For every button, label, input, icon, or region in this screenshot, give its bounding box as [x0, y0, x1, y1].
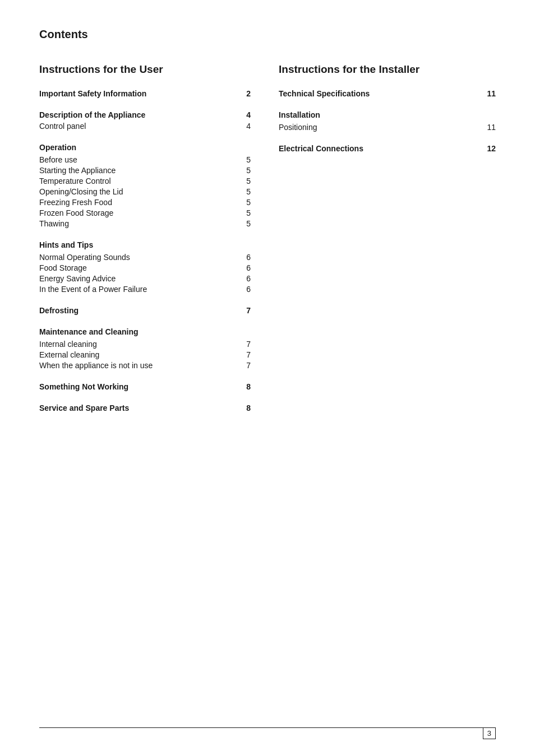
- toc-group-operation: Operation Before use 5 Starting the Appl…: [39, 143, 251, 228]
- toc-title-hints: Hints and Tips: [39, 240, 251, 249]
- toc-group-not-working: Something Not Working 8: [39, 382, 251, 391]
- toc-entry-frozen-storage: Frozen Food Storage 5: [39, 208, 251, 217]
- toc-page-description: 4: [237, 110, 251, 119]
- toc-label-energy-saving: Energy Saving Advice: [39, 274, 237, 283]
- toc-entry-service: Service and Spare Parts 8: [39, 403, 251, 412]
- toc-label-starting: Starting the Appliance: [39, 166, 237, 175]
- toc-entry-external-cleaning: External cleaning 7: [39, 350, 251, 359]
- toc-entry-starting: Starting the Appliance 5: [39, 166, 251, 175]
- toc-entry-safety: Important Safety Information 2: [39, 89, 251, 98]
- toc-entry-not-in-use: When the appliance is not in use 7: [39, 361, 251, 370]
- page-title: Contents: [39, 28, 496, 41]
- toc-page-freezing-fresh: 5: [237, 198, 251, 207]
- toc-page-thawing: 5: [237, 219, 251, 228]
- toc-page-energy-saving: 6: [237, 274, 251, 283]
- toc-page-positioning: 11: [482, 123, 496, 132]
- toc-page-tech-specs: 11: [482, 89, 496, 98]
- toc-label-not-in-use: When the appliance is not in use: [39, 361, 237, 370]
- toc-group-electrical: Electrical Connections 12: [279, 144, 496, 153]
- toc-group-installation: Installation Positioning 11: [279, 110, 496, 132]
- toc-label-external-cleaning: External cleaning: [39, 350, 237, 359]
- toc-label-electrical: Electrical Connections: [279, 144, 482, 153]
- toc-entry-thawing: Thawing 5: [39, 219, 251, 228]
- toc-page-normal-sounds: 6: [237, 253, 251, 262]
- toc-page-power-failure: 6: [237, 285, 251, 294]
- toc-group-service: Service and Spare Parts 8: [39, 403, 251, 412]
- toc-page-electrical: 12: [482, 144, 496, 153]
- toc-label-description: Description of the Appliance: [39, 110, 237, 119]
- toc-entry-food-storage: Food Storage 6: [39, 263, 251, 272]
- toc-label-internal-cleaning: Internal cleaning: [39, 340, 237, 349]
- left-column-header: Instructions for the User: [39, 63, 251, 76]
- toc-entry-control-panel: Control panel 4: [39, 122, 251, 131]
- toc-entry-before-use: Before use 5: [39, 155, 251, 164]
- footer-divider: [39, 727, 496, 728]
- right-column-header: Instructions for the Installer: [279, 63, 496, 76]
- left-column: Instructions for the User Important Safe…: [39, 63, 268, 425]
- toc-label-tech-specs: Technical Specifications: [279, 89, 482, 98]
- toc-page-service: 8: [237, 403, 251, 412]
- toc-entry-not-working: Something Not Working 8: [39, 382, 251, 391]
- toc-page-before-use: 5: [237, 155, 251, 164]
- toc-page-not-in-use: 7: [237, 361, 251, 370]
- toc-label-food-storage: Food Storage: [39, 263, 237, 272]
- toc-title-maintenance: Maintenance and Cleaning: [39, 327, 251, 336]
- toc-group-tech-specs: Technical Specifications 11: [279, 89, 496, 98]
- toc-label-positioning: Positioning: [279, 123, 482, 132]
- page: Contents Instructions for the User Impor…: [0, 0, 535, 756]
- page-number: 3: [483, 727, 496, 739]
- toc-page-not-working: 8: [237, 382, 251, 391]
- toc-entry-power-failure: In the Event of a Power Failure 6: [39, 285, 251, 294]
- toc-page-opening-closing: 5: [237, 187, 251, 196]
- two-column-layout: Instructions for the User Important Safe…: [39, 63, 496, 425]
- right-column: Instructions for the Installer Technical…: [268, 63, 496, 425]
- toc-page-starting: 5: [237, 166, 251, 175]
- toc-entry-opening-closing: Opening/Closing the Lid 5: [39, 187, 251, 196]
- toc-label-before-use: Before use: [39, 155, 237, 164]
- toc-label-power-failure: In the Event of a Power Failure: [39, 285, 237, 294]
- toc-entry-description: Description of the Appliance 4: [39, 110, 251, 119]
- toc-entry-internal-cleaning: Internal cleaning 7: [39, 340, 251, 349]
- toc-group-hints: Hints and Tips Normal Operating Sounds 6…: [39, 240, 251, 294]
- toc-entry-defrosting: Defrosting 7: [39, 306, 251, 315]
- toc-label-freezing-fresh: Freezing Fresh Food: [39, 198, 237, 207]
- toc-label-normal-sounds: Normal Operating Sounds: [39, 253, 237, 262]
- toc-page-frozen-storage: 5: [237, 208, 251, 217]
- toc-page-internal-cleaning: 7: [237, 340, 251, 349]
- toc-label-defrosting: Defrosting: [39, 306, 237, 315]
- toc-title-installation: Installation: [279, 110, 496, 119]
- toc-group-maintenance: Maintenance and Cleaning Internal cleani…: [39, 327, 251, 370]
- toc-page-defrosting: 7: [237, 306, 251, 315]
- toc-page-safety: 2: [237, 89, 251, 98]
- toc-entry-tech-specs: Technical Specifications 11: [279, 89, 496, 98]
- toc-entry-normal-sounds: Normal Operating Sounds 6: [39, 253, 251, 262]
- toc-label-thawing: Thawing: [39, 219, 237, 228]
- toc-page-external-cleaning: 7: [237, 350, 251, 359]
- toc-entry-energy-saving: Energy Saving Advice 6: [39, 274, 251, 283]
- toc-entry-positioning: Positioning 11: [279, 123, 496, 132]
- toc-entry-temp-control: Temperature Control 5: [39, 177, 251, 185]
- toc-title-operation: Operation: [39, 143, 251, 152]
- toc-entry-freezing-fresh: Freezing Fresh Food 5: [39, 198, 251, 207]
- toc-group-defrosting: Defrosting 7: [39, 306, 251, 315]
- toc-page-food-storage: 6: [237, 263, 251, 272]
- toc-group-description: Description of the Appliance 4 Control p…: [39, 110, 251, 131]
- toc-label-opening-closing: Opening/Closing the Lid: [39, 187, 237, 196]
- toc-label-service: Service and Spare Parts: [39, 403, 237, 412]
- toc-label-temp-control: Temperature Control: [39, 177, 237, 185]
- toc-label-frozen-storage: Frozen Food Storage: [39, 208, 237, 217]
- toc-page-control-panel: 4: [237, 122, 251, 131]
- toc-label-control-panel: Control panel: [39, 122, 237, 131]
- toc-label-safety: Important Safety Information: [39, 89, 237, 98]
- toc-label-not-working: Something Not Working: [39, 382, 237, 391]
- toc-group-safety: Important Safety Information 2: [39, 89, 251, 98]
- toc-entry-electrical: Electrical Connections 12: [279, 144, 496, 153]
- toc-page-temp-control: 5: [237, 177, 251, 185]
